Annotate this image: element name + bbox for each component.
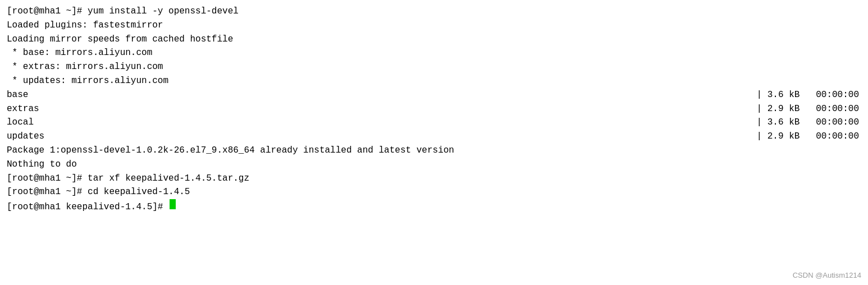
line-loading-text: Loading mirror speeds from cached hostfi… — [7, 33, 233, 47]
repo-local-left: local — [7, 116, 34, 130]
line-nothing: Nothing to do — [7, 158, 861, 172]
line-package-text: Package 1:openssl-devel-1.0.2k-26.el7_9.… — [7, 144, 454, 158]
line-cmd3-text: [root@mha1 ~]# cd keepalived-1.4.5 — [7, 185, 190, 199]
line-cmd3: [root@mha1 ~]# cd keepalived-1.4.5 — [7, 185, 861, 199]
repo-line-base: base | 3.6 kB 00:00:00 — [7, 88, 861, 102]
line-cmd2-text: [root@mha1 ~]# tar xf keepalived-1.4.5.t… — [7, 172, 249, 186]
line-cmd1-text: [root@mha1 ~]# yum install -y openssl-de… — [7, 4, 239, 19]
repo-extras-right: | 2.9 kB 00:00:00 — [757, 102, 861, 116]
repo-extras-left: extras — [7, 102, 39, 116]
terminal-window: [root@mha1 ~]# yum install -y openssl-de… — [0, 0, 868, 285]
line-loading: Loading mirror speeds from cached hostfi… — [7, 33, 861, 47]
line-nothing-text: Nothing to do — [7, 158, 77, 172]
line-package: Package 1:openssl-devel-1.0.2k-26.el7_9.… — [7, 144, 861, 158]
line-updates-mirror: * updates: mirrors.aliyun.com — [7, 74, 861, 88]
line-base-mirror: * base: mirrors.aliyun.com — [7, 46, 861, 60]
repo-line-local: local | 3.6 kB 00:00:00 — [7, 116, 861, 130]
cursor-block — [170, 199, 176, 209]
line-updates-mirror-text: * updates: mirrors.aliyun.com — [7, 74, 168, 88]
prompt-text: [root@mha1 keepalived-1.4.5]# — [7, 200, 168, 214]
watermark: CSDN @Autism1214 — [793, 271, 861, 279]
line-extras-mirror-text: * extras: mirrors.aliyun.com — [7, 60, 163, 74]
repo-line-extras: extras | 2.9 kB 00:00:00 — [7, 102, 861, 116]
repo-local-right: | 3.6 kB 00:00:00 — [757, 116, 861, 130]
line-base-mirror-text: * base: mirrors.aliyun.com — [7, 46, 152, 60]
line-extras-mirror: * extras: mirrors.aliyun.com — [7, 60, 861, 74]
watermark-text: CSDN @Autism1214 — [793, 271, 861, 279]
repo-updates-left: updates — [7, 130, 44, 144]
line-cmd2: [root@mha1 ~]# tar xf keepalived-1.4.5.t… — [7, 172, 861, 186]
repo-base-left: base — [7, 88, 28, 102]
line-loaded-text: Loaded plugins: fastestmirror — [7, 19, 163, 33]
repo-base-right: | 3.6 kB 00:00:00 — [757, 88, 861, 102]
repo-line-updates: updates | 2.9 kB 00:00:00 — [7, 130, 861, 144]
repo-updates-right: | 2.9 kB 00:00:00 — [757, 130, 861, 144]
line-cmd1: [root@mha1 ~]# yum install -y openssl-de… — [7, 4, 861, 19]
line-loaded: Loaded plugins: fastestmirror — [7, 19, 861, 33]
prompt-line[interactable]: [root@mha1 keepalived-1.4.5]# — [7, 199, 861, 214]
